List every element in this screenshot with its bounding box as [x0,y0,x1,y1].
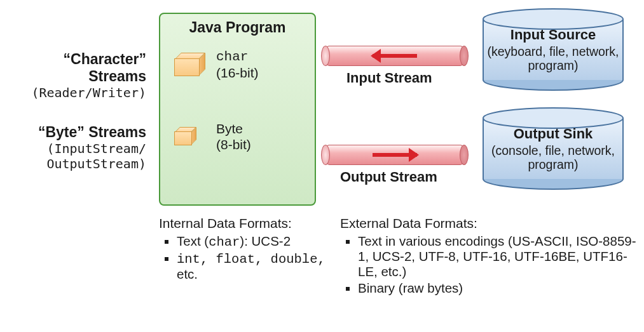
list-item: Binary (raw bytes) [358,281,639,296]
input-source-title: Input Source [480,27,626,43]
list-item: Text (char): UCS-2 [177,234,331,249]
byte-bits: (8-bit) [216,137,251,152]
char-bits: (16-bit) [216,65,259,80]
internal-formats: Internal Data Formats: Text (char): UCS-… [159,216,331,283]
internal-item-1: int, float, double, [177,252,325,267]
byte-cube-icon [174,131,192,145]
output-sink-cylinder: Output Sink (console, file, network, pro… [480,107,626,190]
char-name: char [216,50,248,64]
list-item: int, float, double, etc. [177,251,331,282]
external-formats: External Data Formats: Text in various e… [340,216,639,297]
internal-list: Text (char): UCS-2 int, float, double, e… [159,234,331,282]
char-cube-icon [174,58,200,76]
internal-header: Internal Data Formats: [159,216,331,231]
byte-name: Byte [216,121,243,136]
output-stream-pipe [324,145,465,165]
char-streams-title: “Character” Streams [6,51,146,85]
input-stream-pipe [324,46,465,66]
java-program-title: Java Program [160,19,315,36]
external-header: External Data Formats: [340,216,639,231]
java-program-box: Java Program [159,13,316,206]
byte-streams-title: “Byte” Streams [6,124,146,141]
output-stream-label: Output Stream [340,169,437,185]
output-sink-title: Output Sink [480,126,626,142]
label-byte-streams: “Byte” Streams (InputStream/ OutputStrea… [6,124,146,171]
internal-item-0: Text (char): UCS-2 [177,234,291,248]
input-source-desc: (keyboard, file, network, program) [480,44,626,73]
list-item: Text in various encodings (US-ASCII, ISO… [358,234,639,279]
output-sink-desc: (console, file, network, program) [480,143,626,172]
byte-streams-sub1: (InputStream/ [6,141,146,156]
char-streams-sub: (Reader/Writer) [6,85,146,100]
input-stream-label: Input Stream [346,70,432,86]
arrow-right-icon [373,153,417,157]
char-label: char (16-bit) [216,48,259,81]
label-character-streams: “Character” Streams (Reader/Writer) [6,51,146,100]
byte-label: Byte (8-bit) [216,121,251,152]
input-source-cylinder: Input Source (keyboard, file, network, p… [480,8,626,91]
external-list: Text in various encodings (US-ASCII, ISO… [340,234,639,296]
byte-streams-sub2: OutputStream) [6,156,146,171]
arrow-left-icon [373,54,417,58]
